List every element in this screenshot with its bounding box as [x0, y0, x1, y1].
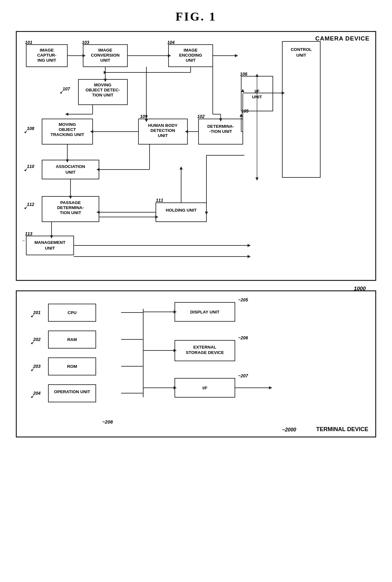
- svg-text:CONVERSION: CONVERSION: [91, 53, 120, 58]
- svg-text:108: 108: [27, 126, 34, 131]
- terminal-device-label: TERMINAL DEVICE: [316, 426, 368, 433]
- svg-text:IMAGE: IMAGE: [98, 48, 112, 53]
- svg-text:DISPLAY UNIT: DISPLAY UNIT: [190, 310, 220, 314]
- svg-text:102: 102: [197, 114, 205, 119]
- svg-text:CPU: CPU: [68, 310, 77, 315]
- svg-text:113: 113: [25, 231, 33, 236]
- svg-text:↙: ↙: [31, 367, 34, 372]
- svg-text:PASSAGE: PASSAGE: [60, 200, 81, 205]
- svg-text:HOLDING UNIT: HOLDING UNIT: [166, 208, 197, 213]
- svg-text:~206: ~206: [238, 335, 248, 340]
- svg-text:IMAGE: IMAGE: [184, 48, 198, 53]
- svg-text:ASSOCIATION: ASSOCIATION: [56, 164, 85, 169]
- terminal-device-svg: text { font-family: Arial, sans-serif; }…: [23, 298, 371, 418]
- svg-text:UNIT: UNIT: [45, 246, 55, 251]
- svg-text:DETERMINA-: DETERMINA-: [57, 205, 84, 210]
- svg-text:RAM: RAM: [67, 337, 77, 342]
- svg-text:↙: ↙: [24, 167, 28, 172]
- svg-marker-20: [235, 54, 238, 57]
- svg-text:↙: ↙: [31, 340, 34, 345]
- svg-text:↙: ↙: [31, 313, 34, 318]
- svg-text:↙: ↙: [24, 129, 28, 134]
- svg-marker-116: [248, 255, 251, 258]
- svg-text:↙: ↙: [24, 205, 28, 210]
- svg-text:104: 104: [167, 40, 175, 45]
- svg-text:CONTROL: CONTROL: [291, 47, 312, 52]
- svg-text:OBJECT DETEC-: OBJECT DETEC-: [86, 88, 120, 92]
- svg-text:ING UNIT: ING UNIT: [37, 58, 56, 63]
- svg-text:HUMAN BODY: HUMAN BODY: [148, 123, 178, 128]
- svg-text:↙: ↙: [60, 90, 63, 95]
- svg-marker-47: [65, 113, 68, 116]
- svg-text:~207: ~207: [238, 373, 248, 378]
- svg-marker-120: [255, 177, 259, 181]
- svg-marker-71: [240, 114, 243, 117]
- svg-text:TION UNIT: TION UNIT: [60, 210, 81, 215]
- svg-text:UNIT: UNIT: [296, 53, 306, 58]
- svg-text:-TION UNIT: -TION UNIT: [209, 129, 232, 134]
- svg-text:↙: ↙: [31, 394, 34, 399]
- svg-text:111: 111: [156, 198, 163, 203]
- svg-text:UNIT: UNIT: [65, 170, 76, 175]
- svg-text:OBJECT: OBJECT: [59, 127, 77, 132]
- svg-text:103: 103: [82, 40, 89, 45]
- svg-text:IMAGE: IMAGE: [40, 48, 54, 53]
- svg-text:107: 107: [63, 86, 70, 91]
- svg-text:106: 106: [240, 71, 248, 77]
- svg-text:DETERMINA-: DETERMINA-: [207, 124, 234, 129]
- svg-marker-103: [180, 166, 183, 170]
- svg-text:UNIT: UNIT: [158, 133, 168, 138]
- camera-device-label: CAMERA DEVICE: [315, 35, 370, 42]
- diagram-wrapper: CAMERA DEVICE text { font-family: Arial,…: [16, 31, 376, 437]
- svg-text:ROM: ROM: [67, 364, 77, 369]
- svg-text:I/F: I/F: [202, 386, 207, 390]
- svg-marker-159: [269, 386, 272, 389]
- svg-text:MOVING: MOVING: [59, 122, 76, 127]
- svg-rect-104: [26, 236, 74, 255]
- svg-marker-118: [255, 74, 259, 77]
- svg-text:112: 112: [27, 202, 34, 207]
- svg-text:TRACKING UNIT: TRACKING UNIT: [51, 132, 84, 137]
- camera-device-section: CAMERA DEVICE text { font-family: Arial,…: [16, 31, 376, 281]
- svg-text:105: 105: [241, 108, 249, 114]
- svg-text:~205: ~205: [238, 298, 248, 302]
- svg-text:STORAGE DEVICE: STORAGE DEVICE: [186, 350, 224, 355]
- svg-text:DETECTION: DETECTION: [150, 128, 175, 133]
- svg-rect-21: [282, 41, 320, 177]
- svg-text:101: 101: [25, 40, 33, 45]
- svg-text:UNIT: UNIT: [100, 58, 110, 63]
- terminal-sub-number: ~208: [102, 419, 113, 424]
- svg-text:UNIT: UNIT: [186, 58, 196, 63]
- svg-text:MANAGEMENT: MANAGEMENT: [34, 240, 66, 245]
- svg-marker-114: [248, 244, 251, 247]
- svg-text:MOVING: MOVING: [94, 83, 112, 87]
- svg-text:EXTERNAL: EXTERNAL: [193, 345, 217, 350]
- svg-text:ENCODING: ENCODING: [179, 53, 202, 58]
- svg-text:TION UNIT: TION UNIT: [92, 93, 113, 97]
- svg-text:110: 110: [27, 164, 34, 169]
- svg-rect-76: [42, 160, 99, 179]
- svg-text:CAPTUR-: CAPTUR-: [37, 53, 57, 58]
- svg-text:OPERATION UNIT: OPERATION UNIT: [54, 389, 90, 394]
- fig-title: FIG. 1: [175, 9, 217, 23]
- camera-device-svg: text { font-family: Arial, sans-serif; }…: [20, 35, 371, 276]
- terminal-2000-label: ~2000: [282, 427, 296, 433]
- terminal-device-section: 1000 TERMINAL DEVICE ~208 ~2000 text { f…: [16, 290, 376, 437]
- terminal-number: 1000: [354, 286, 366, 292]
